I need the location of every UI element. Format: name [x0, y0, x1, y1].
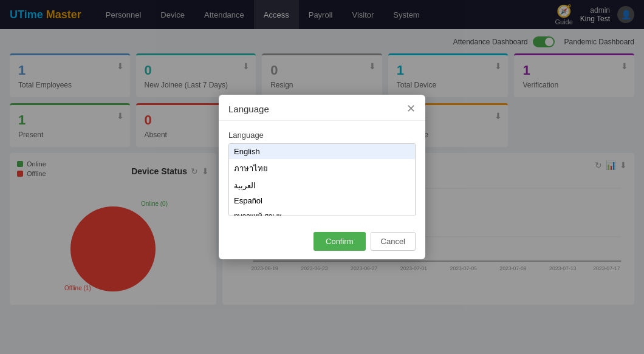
lang-russian[interactable]: русский язык — [229, 208, 415, 216]
language-select[interactable]: English ภาษาไทย العربية Español русский … — [228, 143, 416, 216]
lang-thai[interactable]: ภาษาไทย — [229, 159, 415, 178]
modal-footer: Confirm Cancel — [219, 226, 425, 259]
modal-close-button[interactable]: ✕ — [406, 103, 416, 114]
modal-header: Language ✕ — [219, 95, 425, 121]
lang-spanish[interactable]: Español — [229, 193, 415, 208]
lang-english[interactable]: English — [229, 144, 415, 159]
cancel-button[interactable]: Cancel — [371, 232, 416, 251]
lang-arabic[interactable]: العربية — [229, 178, 415, 193]
language-field-label: Language — [228, 131, 416, 140]
language-modal: Language ✕ Language English ภาษาไทย العر… — [219, 95, 425, 259]
modal-body: Language English ภาษาไทย العربية Español… — [219, 121, 425, 226]
confirm-button[interactable]: Confirm — [313, 232, 366, 251]
modal-title: Language — [228, 104, 269, 114]
modal-overlay: Language ✕ Language English ภาษาไทย العر… — [0, 0, 644, 354]
